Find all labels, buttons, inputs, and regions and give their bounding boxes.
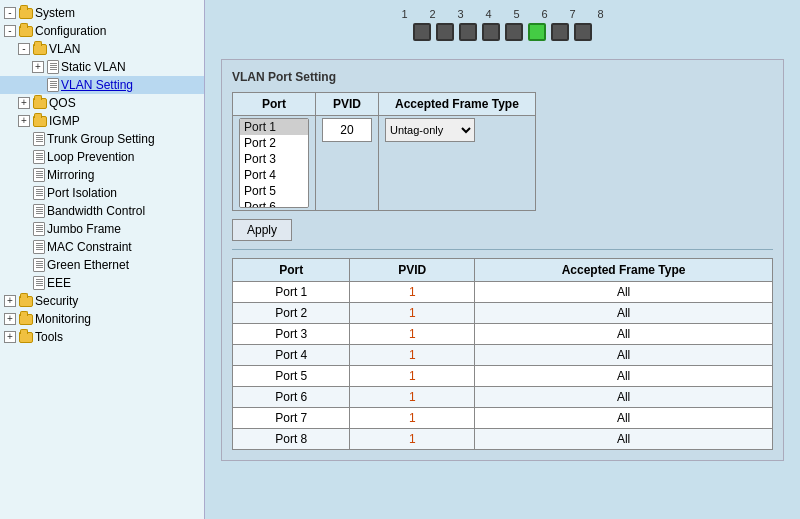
table-frame-type-5: All [475,366,773,387]
table-pvid-7: 1 [350,408,475,429]
sidebar-item-security[interactable]: + Security [0,292,204,310]
port-numbers: 1 2 3 4 5 6 7 8 [398,8,608,20]
port-plug-2[interactable] [436,23,454,41]
table-row: Port 61All [233,387,773,408]
ports-row [413,23,592,41]
port-option-5[interactable]: Port 5 [240,183,308,199]
vlan-port-setting-section: VLAN Port Setting Port PVID Accepted Fra… [221,59,784,461]
pvid-input[interactable] [322,118,372,142]
sidebar-label-vlan-setting: VLAN Setting [61,78,133,92]
folder-icon-configuration [19,26,33,37]
sidebar-label-bandwidth-control: Bandwidth Control [47,204,145,218]
port-listbox-cell: Port 1 Port 2 Port 3 Port 4 Port 5 Port … [233,116,316,211]
table-row: Port 31All [233,324,773,345]
port-num-6: 6 [538,8,552,20]
sidebar-label-green-ethernet: Green Ethernet [47,258,129,272]
port-option-3[interactable]: Port 3 [240,151,308,167]
port-plug-6[interactable] [528,23,546,41]
config-table: Port PVID Accepted Frame Type Port 1 Por… [232,92,536,211]
sidebar-item-loop-prevention[interactable]: Loop Prevention [0,148,204,166]
port-plug-5[interactable] [505,23,523,41]
sidebar-label-system: System [35,6,75,20]
page-icon-green-ethernet [33,258,45,272]
folder-icon-igmp [33,116,47,127]
data-header-pvid: PVID [350,259,475,282]
page-icon-eee [33,276,45,290]
sidebar-label-monitoring: Monitoring [35,312,91,326]
sidebar-item-jumbo-frame[interactable]: Jumbo Frame [0,220,204,238]
sidebar-item-system[interactable]: - System [0,4,204,22]
expand-icon-vlan[interactable]: - [18,43,30,55]
port-plug-3[interactable] [459,23,477,41]
port-num-5: 5 [510,8,524,20]
sidebar-item-vlan[interactable]: - VLAN [0,40,204,58]
expand-icon-configuration[interactable]: - [4,25,16,37]
sidebar-item-igmp[interactable]: + IGMP [0,112,204,130]
sidebar-item-green-ethernet[interactable]: Green Ethernet [0,256,204,274]
section-title: VLAN Port Setting [232,70,773,84]
port-listbox[interactable]: Port 1 Port 2 Port 3 Port 4 Port 5 Port … [239,118,309,208]
expand-icon-static-vlan[interactable]: + [32,61,44,73]
port-num-2: 2 [426,8,440,20]
expand-icon-igmp[interactable]: + [18,115,30,127]
expand-icon-qos[interactable]: + [18,97,30,109]
sidebar-item-mirroring[interactable]: Mirroring [0,166,204,184]
apply-button[interactable]: Apply [232,219,292,241]
table-port-1: Port 1 [233,282,350,303]
table-row: Port 51All [233,366,773,387]
sidebar-label-security: Security [35,294,78,308]
sidebar-item-mac-constraint[interactable]: MAC Constraint [0,238,204,256]
sidebar-item-qos[interactable]: + QOS [0,94,204,112]
port-option-1[interactable]: Port 1 [240,119,308,135]
sidebar-item-vlan-setting[interactable]: VLAN Setting [0,76,204,94]
sidebar-label-vlan: VLAN [49,42,80,56]
table-frame-type-1: All [475,282,773,303]
table-pvid-4: 1 [350,345,475,366]
sidebar-item-port-isolation[interactable]: Port Isolation [0,184,204,202]
data-table: Port PVID Accepted Frame Type Port 11All… [232,258,773,450]
expand-icon-system[interactable]: - [4,7,16,19]
table-pvid-8: 1 [350,429,475,450]
expand-icon-security[interactable]: + [4,295,16,307]
table-port-8: Port 8 [233,429,350,450]
table-port-2: Port 2 [233,303,350,324]
sidebar-item-static-vlan[interactable]: + Static VLAN [0,58,204,76]
config-header-port: Port [233,93,316,116]
folder-icon-security [19,296,33,307]
page-icon-bandwidth-control [33,204,45,218]
expand-icon-tools[interactable]: + [4,331,16,343]
folder-icon-qos [33,98,47,109]
sidebar-item-eee[interactable]: EEE [0,274,204,292]
sidebar-label-igmp: IGMP [49,114,80,128]
sidebar-label-tools: Tools [35,330,63,344]
port-plug-4[interactable] [482,23,500,41]
sidebar-label-eee: EEE [47,276,71,290]
sidebar-item-configuration[interactable]: - Configuration [0,22,204,40]
sidebar-label-qos: QOS [49,96,76,110]
table-port-5: Port 5 [233,366,350,387]
table-frame-type-7: All [475,408,773,429]
port-plug-1[interactable] [413,23,431,41]
table-port-7: Port 7 [233,408,350,429]
port-num-7: 7 [566,8,580,20]
table-pvid-5: 1 [350,366,475,387]
sidebar-item-bandwidth-control[interactable]: Bandwidth Control [0,202,204,220]
table-pvid-3: 1 [350,324,475,345]
frame-type-select[interactable]: All Tag-only Untag-only [385,118,475,142]
sidebar-label-configuration: Configuration [35,24,106,38]
sidebar-item-trunk-group[interactable]: Trunk Group Setting [0,130,204,148]
port-option-2[interactable]: Port 2 [240,135,308,151]
sidebar-item-monitoring[interactable]: + Monitoring [0,310,204,328]
port-plug-7[interactable] [551,23,569,41]
sidebar-label-loop-prevention: Loop Prevention [47,150,134,164]
table-pvid-1: 1 [350,282,475,303]
sidebar-label-mac-constraint: MAC Constraint [47,240,132,254]
expand-icon-monitoring[interactable]: + [4,313,16,325]
main-content: 1 2 3 4 5 6 7 8 VLAN Port Setting [205,0,800,519]
data-header-port: Port [233,259,350,282]
sidebar-item-tools[interactable]: + Tools [0,328,204,346]
port-option-4[interactable]: Port 4 [240,167,308,183]
port-plug-8[interactable] [574,23,592,41]
port-option-6[interactable]: Port 6 [240,199,308,208]
table-row: Port 81All [233,429,773,450]
